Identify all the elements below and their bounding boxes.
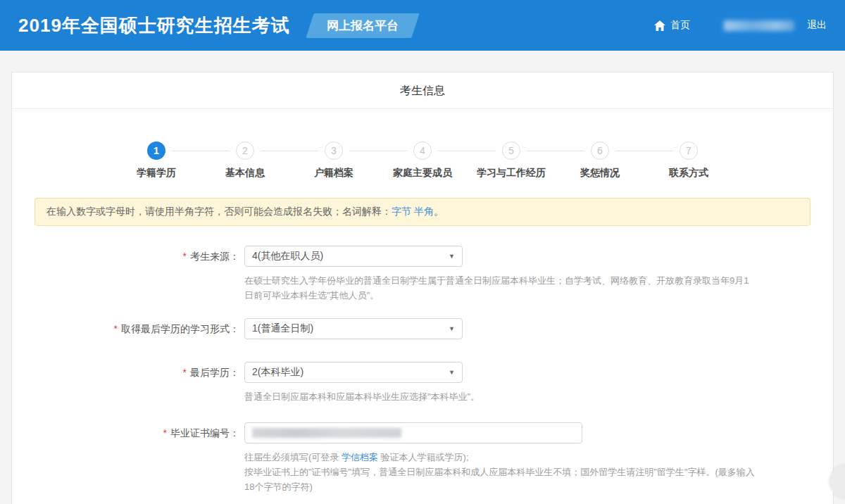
site-title: 2019年全国硕士研究生招生考试 xyxy=(18,13,290,38)
step-1-xueji-xueli: 1 学籍学历 xyxy=(112,141,201,179)
platform-badge: 网上报名平台 xyxy=(306,13,419,38)
home-link-label: 首页 xyxy=(670,19,690,32)
candidate-source-select[interactable]: 4(其他在职人员) ▼ xyxy=(244,246,463,267)
user-name-redacted xyxy=(724,20,794,31)
header-nav: 首页 退出 xyxy=(654,19,827,32)
step-3-circle: 3 xyxy=(325,141,343,160)
study-form-label: *取得最后学历的学习形式： xyxy=(12,318,244,339)
step-7-circle: 7 xyxy=(680,141,698,160)
required-asterisk: * xyxy=(183,367,187,378)
last-degree-value: 2(本科毕业) xyxy=(252,366,303,379)
halfwidth-notice-bar: 在输入数字或字母时，请使用半角字符，否则可能会造成报名失败；名词解释：字节 半角… xyxy=(35,198,810,226)
step-2-basic-info: 2 基本信息 xyxy=(201,141,289,179)
page-title: 考生信息 xyxy=(12,73,833,109)
byte-term-link[interactable]: 字节 xyxy=(392,206,411,217)
certificate-number-helper: 往届生必须填写(可登录 学信档案 验证本人学籍或学历);按毕业证书上的"证书编号… xyxy=(244,450,756,494)
field-row-last-degree: *最后学历： 2(本科毕业) ▼ 普通全日制应届本科和应届本科毕业生应选择"本科… xyxy=(12,362,833,404)
halfwidth-term-link[interactable]: 半角 xyxy=(414,206,434,217)
study-form-select[interactable]: 1(普通全日制) ▼ xyxy=(244,318,463,339)
step-5-label: 学习与工作经历 xyxy=(467,167,556,179)
step-6-rewards-punishments: 6 奖惩情况 xyxy=(556,141,644,179)
certificate-number-label: *毕业证书编号： xyxy=(12,422,244,494)
step-4-family-members: 4 家庭主要成员 xyxy=(378,141,467,179)
required-asterisk: * xyxy=(163,427,167,439)
required-asterisk: * xyxy=(183,251,187,262)
candidate-info-card: 考生信息 1 学籍学历 2 基本信息 3 户籍档案 4 家庭主要成员 5 学习与… xyxy=(11,72,834,504)
step-1-circle: 1 xyxy=(147,141,165,160)
candidate-source-label: *考生来源： xyxy=(12,246,244,303)
required-asterisk: * xyxy=(114,323,118,334)
notice-suffix: 。 xyxy=(434,206,444,217)
notice-text: 在输入数字或字母时，请使用半角字符，否则可能会造成报名失败；名词解释： xyxy=(46,206,392,217)
chevron-down-icon: ▼ xyxy=(449,369,455,376)
candidate-info-form: *考生来源： 4(其他在职人员) ▼ 在硕士研究生入学年份毕业的普通全日制学生属… xyxy=(12,246,833,494)
step-7-label: 联系方式 xyxy=(644,167,733,179)
last-degree-helper: 普通全日制应届本科和应届本科毕业生应选择"本科毕业"。 xyxy=(244,389,756,404)
study-form-value: 1(普通全日制) xyxy=(252,322,313,335)
step-4-circle: 4 xyxy=(413,141,432,160)
top-header-bar: 2019年全国硕士研究生招生考试 网上报名平台 首页 退出 xyxy=(0,0,845,51)
step-5-circle: 5 xyxy=(502,141,520,160)
candidate-source-helper: 在硕士研究生入学年份毕业的普通全日制学生属于普通全日制应届本科毕业生；自学考试、… xyxy=(244,273,756,303)
home-link[interactable]: 首页 xyxy=(654,19,690,32)
field-row-study-form: *取得最后学历的学习形式： 1(普通全日制) ▼ xyxy=(12,318,833,339)
field-row-certificate-number: *毕业证书编号： 往届生必须填写(可登录 学信档案 验证本人学籍或学历);按毕业… xyxy=(12,422,833,494)
chevron-down-icon: ▼ xyxy=(449,253,455,260)
step-1-label: 学籍学历 xyxy=(112,167,201,179)
certificate-number-redacted xyxy=(252,428,401,438)
platform-badge-label: 网上报名平台 xyxy=(327,18,399,34)
chevron-down-icon: ▼ xyxy=(449,325,455,332)
step-7-contact-info: 7 联系方式 xyxy=(644,141,733,179)
step-2-label: 基本信息 xyxy=(201,167,289,179)
last-degree-select[interactable]: 2(本科毕业) ▼ xyxy=(244,362,463,383)
step-3-label: 户籍档案 xyxy=(289,167,378,179)
logout-link[interactable]: 退出 xyxy=(807,19,827,32)
field-row-candidate-source: *考生来源： 4(其他在职人员) ▼ 在硕士研究生入学年份毕业的普通全日制学生属… xyxy=(12,246,833,303)
candidate-source-value: 4(其他在职人员) xyxy=(252,250,323,263)
step-wizard: 1 学籍学历 2 基本信息 3 户籍档案 4 家庭主要成员 5 学习与工作经历 … xyxy=(12,141,833,179)
last-degree-label: *最后学历： xyxy=(12,362,244,404)
certificate-number-input[interactable] xyxy=(244,422,582,443)
step-6-circle: 6 xyxy=(591,141,609,160)
step-6-label: 奖惩情况 xyxy=(556,167,644,179)
step-3-huji-archive: 3 户籍档案 xyxy=(289,141,378,179)
step-2-circle: 2 xyxy=(236,141,254,160)
step-5-study-work-experience: 5 学习与工作经历 xyxy=(467,141,556,179)
step-4-label: 家庭主要成员 xyxy=(378,167,467,179)
xuexin-archive-link[interactable]: 学信档案 xyxy=(342,452,378,462)
home-icon xyxy=(654,20,665,31)
